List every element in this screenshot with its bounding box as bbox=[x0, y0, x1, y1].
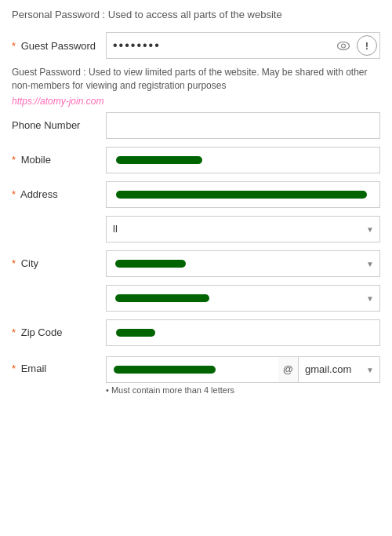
state-row: ll ▼ bbox=[12, 215, 380, 243]
email-local-input[interactable] bbox=[106, 356, 278, 383]
email-label-text: Email bbox=[21, 363, 47, 374]
address-input-wrapper[interactable] bbox=[106, 181, 380, 208]
zip-code-field bbox=[106, 319, 380, 346]
email-local-wrapper bbox=[106, 356, 278, 383]
address-label: * Address bbox=[12, 188, 106, 200]
guest-password-note: Guest Password : Used to view limited pa… bbox=[12, 66, 380, 93]
email-at-symbol: @ bbox=[278, 356, 298, 383]
email-domain-select[interactable]: gmail.com yahoo.com hotmail.com outlook.… bbox=[298, 356, 380, 383]
phone-number-label: Phone Number bbox=[12, 119, 106, 131]
zipcode-masked-value bbox=[116, 329, 155, 337]
city-label: * City bbox=[12, 257, 106, 269]
guest-password-field: ! bbox=[106, 32, 380, 59]
mobile-field bbox=[106, 147, 380, 173]
zip-code-label-text: Zip Code bbox=[21, 326, 63, 338]
zip-code-row: * Zip Code bbox=[12, 319, 380, 347]
sublocation-field: ▼ bbox=[106, 285, 380, 312]
address-field bbox=[106, 181, 380, 208]
mobile-label-text: Mobile bbox=[21, 154, 51, 166]
email-input-group: @ gmail.com yahoo.com hotmail.com outloo… bbox=[106, 356, 380, 383]
address-label-text: Address bbox=[20, 188, 58, 200]
zip-code-label: * Zip Code bbox=[12, 326, 106, 338]
password-info-button[interactable]: ! bbox=[357, 35, 377, 56]
required-star-city: * bbox=[12, 257, 16, 269]
personal-password-note: Personal Password : Used to access all p… bbox=[12, 8, 380, 22]
phone-number-label-text: Phone Number bbox=[12, 119, 80, 131]
sublocation-select-wrapper: ▼ bbox=[106, 285, 380, 312]
mobile-input-wrapper[interactable] bbox=[106, 147, 380, 173]
state-field: ll ▼ bbox=[106, 216, 380, 242]
watermark-link[interactable]: https://atomy-join.com bbox=[12, 96, 380, 107]
city-label-text: City bbox=[21, 257, 38, 269]
guest-password-row: * Guest Password ! bbox=[12, 31, 380, 60]
required-star-address: * bbox=[12, 188, 16, 200]
svg-point-0 bbox=[338, 42, 350, 49]
city-select[interactable] bbox=[106, 250, 380, 277]
svg-point-1 bbox=[342, 44, 346, 48]
guest-password-label: * Guest Password bbox=[12, 40, 106, 52]
email-domain-wrapper: gmail.com yahoo.com hotmail.com outlook.… bbox=[298, 356, 380, 383]
city-select-wrapper: ▼ bbox=[106, 250, 380, 277]
email-hint: Must contain more than 4 letters bbox=[106, 385, 234, 395]
required-star: * bbox=[12, 40, 16, 52]
eye-icon bbox=[337, 42, 350, 50]
zip-code-input-wrapper[interactable] bbox=[106, 319, 380, 346]
password-icon-group: ! bbox=[333, 35, 377, 56]
mobile-label: * Mobile bbox=[12, 154, 106, 166]
email-row: * Email @ gmail.com yahoo.com hotmail.co… bbox=[12, 353, 380, 395]
address-masked-value bbox=[116, 191, 367, 199]
required-star-email: * bbox=[12, 363, 16, 374]
mobile-row: * Mobile bbox=[12, 146, 380, 174]
password-wrapper: ! bbox=[106, 32, 380, 59]
required-star-mobile: * bbox=[12, 154, 16, 166]
city-row: * City ▼ bbox=[12, 250, 380, 278]
state-select-wrapper: ll ▼ bbox=[106, 216, 380, 242]
address-row: * Address bbox=[12, 180, 380, 209]
guest-password-label-text: Guest Password bbox=[21, 40, 96, 52]
phone-number-field bbox=[106, 112, 380, 139]
mobile-masked-value bbox=[116, 156, 202, 164]
sublocation-select[interactable] bbox=[106, 285, 380, 312]
city-field: ▼ bbox=[106, 250, 380, 277]
phone-number-row: Phone Number bbox=[12, 111, 380, 140]
phone-number-input[interactable] bbox=[106, 112, 380, 139]
guest-password-description-block: Guest Password : Used to view limited pa… bbox=[12, 66, 380, 107]
required-star-zip: * bbox=[12, 326, 16, 338]
state-select[interactable]: ll bbox=[106, 216, 380, 242]
email-label: * Email bbox=[12, 356, 106, 374]
email-field: @ gmail.com yahoo.com hotmail.com outloo… bbox=[106, 356, 380, 395]
sublocation-row: ▼ bbox=[12, 284, 380, 312]
toggle-password-visibility-button[interactable] bbox=[333, 35, 354, 56]
